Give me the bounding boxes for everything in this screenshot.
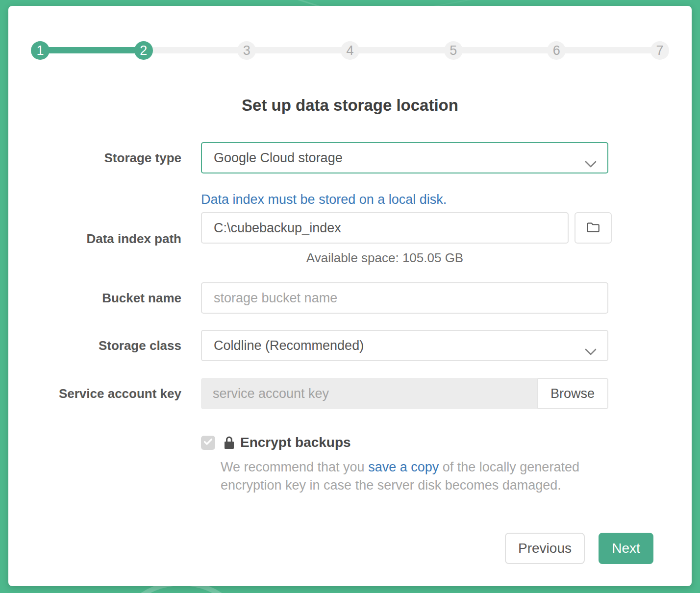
storage-type-select[interactable]: Google Cloud storage [201, 142, 608, 173]
step-3: 3 [237, 41, 256, 60]
check-icon [203, 438, 213, 447]
encrypt-description: We recommend that you save a copy of the… [221, 458, 603, 494]
data-index-path-label: Data index path [31, 231, 181, 247]
encrypt-description-text: We recommend that you [221, 460, 368, 474]
step-5: 5 [444, 41, 463, 60]
service-account-key-input[interactable] [201, 378, 539, 409]
step-2: 2 [134, 41, 153, 60]
data-index-note: Data index must be stored on a local dis… [201, 192, 669, 207]
save-a-copy-link[interactable]: save a copy [368, 460, 439, 474]
browse-key-button[interactable]: Browse [537, 378, 608, 409]
storage-type-value: Google Cloud storage [214, 150, 343, 166]
browse-folder-button[interactable] [575, 212, 612, 244]
data-index-path-input[interactable] [201, 212, 569, 244]
bucket-name-input[interactable] [201, 282, 608, 314]
step-6: 6 [547, 41, 566, 60]
stepper-track-completed [40, 47, 144, 53]
step-7: 7 [650, 41, 669, 60]
next-button[interactable]: Next [599, 533, 653, 564]
storage-class-label: Storage class [31, 338, 181, 353]
previous-button[interactable]: Previous [505, 533, 585, 564]
service-account-key-label: Service account key [31, 386, 181, 401]
page-title: Set up data storage location [31, 96, 669, 115]
available-space-text: Available space: 105.05 GB [201, 250, 569, 266]
encrypt-checkbox[interactable] [201, 436, 215, 450]
lock-icon [223, 435, 235, 450]
step-4: 4 [341, 41, 359, 60]
step-1: 1 [31, 41, 50, 60]
encrypt-backups-label: Encrypt backups [240, 435, 351, 450]
storage-class-value: Coldline (Recommended) [214, 338, 364, 353]
chevron-down-icon [585, 156, 597, 171]
storage-type-label: Storage type [31, 150, 181, 166]
bucket-name-label: Bucket name [31, 291, 181, 306]
setup-wizard-card: 1 2 3 4 5 6 7 Set up data storage locati… [8, 6, 692, 586]
chevron-down-icon [585, 344, 597, 359]
storage-class-select[interactable]: Coldline (Recommended) [201, 330, 608, 361]
wizard-stepper: 1 2 3 4 5 6 7 [31, 41, 669, 60]
folder-icon [584, 220, 602, 237]
